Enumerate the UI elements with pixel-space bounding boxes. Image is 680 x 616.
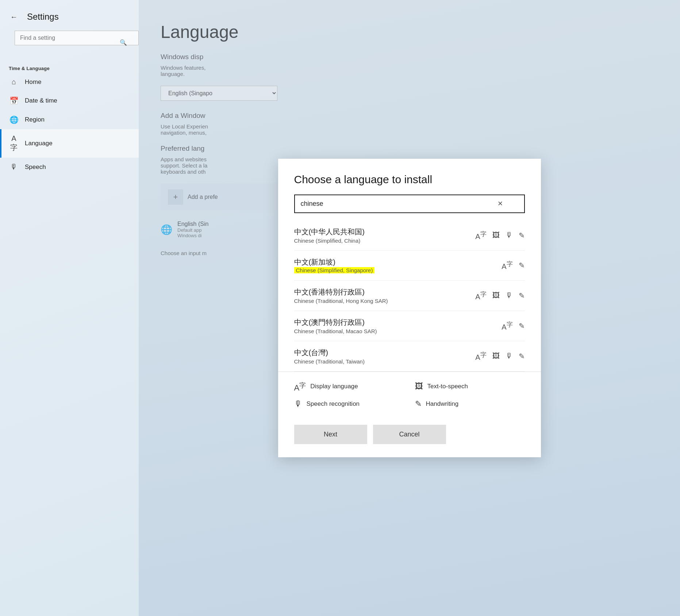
sidebar-item-home[interactable]: ⌂ Home <box>0 73 139 91</box>
cancel-button[interactable]: Cancel <box>373 425 446 444</box>
main-content: Language Windows disp Windows features,l… <box>139 0 680 616</box>
sidebar-item-language-label: Language <box>25 140 53 147</box>
lang-sub: Chinese (Traditional, Hong Kong SAR) <box>294 298 388 304</box>
lang-feature-icons: A字 ✎ <box>502 321 525 331</box>
lang-main: 中文(台灣) <box>294 348 365 358</box>
modal-search-area: ✕ <box>278 195 541 220</box>
legend-display-language: A字 Display language <box>294 381 404 393</box>
tts-icon: 🖼 <box>492 231 500 239</box>
globe-icon: 🌐 <box>9 115 19 124</box>
lang-feature-icons: A字 ✎ <box>502 260 525 271</box>
sidebar-item-home-label: Home <box>25 78 41 86</box>
modal-title: Choose a language to install <box>294 173 525 186</box>
handwriting-icon: ✎ <box>519 261 525 270</box>
language-search-input[interactable] <box>294 195 525 213</box>
lang-sub: Chinese (Traditional, Taiwan) <box>294 358 365 365</box>
choose-language-modal: Choose a language to install ✕ 中文(中华人民共和… <box>278 159 541 457</box>
lang-sub: Chinese (Traditional, Macao SAR) <box>294 328 377 334</box>
legend-text-to-speech: 🖼 Text-to-speech <box>415 381 525 393</box>
section-label: Time & Language <box>0 63 139 73</box>
lang-feature-icons: A字 🖼 🎙 ✎ <box>475 290 525 301</box>
lang-main: 中文(香港特別行政區) <box>294 287 388 297</box>
sidebar-title: Settings <box>27 12 59 22</box>
sidebar: ← Settings 🔍 Time & Language ⌂ Home 📅 Da… <box>0 0 139 616</box>
calendar-icon: 📅 <box>9 96 19 105</box>
tts-icon: 🖼 <box>492 352 500 360</box>
list-item[interactable]: 中文(香港特別行政區) Chinese (Traditional, Hong K… <box>294 281 525 311</box>
legend-speech-recognition: 🎙 Speech recognition <box>294 399 404 409</box>
lang-feature-icons: A字 🖼 🎙 ✎ <box>475 230 525 241</box>
sidebar-item-speech-label: Speech <box>25 163 46 171</box>
handwriting-legend-icon: ✎ <box>415 399 422 409</box>
sidebar-item-date-time-label: Date & time <box>25 97 57 104</box>
tts-legend-icon: 🖼 <box>415 382 423 391</box>
speech-legend-icon: 🎙 <box>294 399 302 409</box>
list-item[interactable]: 中文(澳門特別行政區) Chinese (Traditional, Macao … <box>294 311 525 341</box>
list-item[interactable]: 中文(中华人民共和国) Chinese (Simplified, China) … <box>294 220 525 251</box>
legend-tts-label: Text-to-speech <box>427 383 468 390</box>
handwriting-icon: ✎ <box>519 322 525 330</box>
search-icon: 🔍 <box>120 39 127 46</box>
legend-speech-label: Speech recognition <box>307 400 360 408</box>
tts-icon: 🖼 <box>492 291 500 300</box>
language-list: 中文(中华人民共和国) Chinese (Simplified, China) … <box>278 220 541 371</box>
display-lang-icon: A字 <box>475 290 486 301</box>
home-icon: ⌂ <box>9 78 19 86</box>
speech-icon: 🎙 <box>506 231 513 239</box>
handwriting-icon: ✎ <box>519 352 525 361</box>
speech-icon: 🎙 <box>506 291 513 300</box>
speech-icon: 🎙 <box>506 352 513 360</box>
legend-handwriting: ✎ Handwriting <box>415 399 525 409</box>
search-clear-icon[interactable]: ✕ <box>497 200 503 208</box>
legend-display-label: Display language <box>310 383 358 390</box>
modal-legend: A字 Display language 🖼 Text-to-speech 🎙 S… <box>278 371 541 417</box>
sidebar-item-speech[interactable]: 🎙 Speech <box>0 158 139 176</box>
legend-handwriting-label: Handwriting <box>426 400 459 408</box>
lang-feature-icons: A字 🖼 🎙 ✎ <box>475 351 525 362</box>
next-button[interactable]: Next <box>294 425 367 444</box>
sidebar-search-container: 🔍 <box>7 31 131 54</box>
display-lang-icon: A字 <box>475 351 486 362</box>
handwriting-icon: ✎ <box>519 291 525 300</box>
sidebar-item-language[interactable]: A字 Language <box>0 129 139 158</box>
modal-overlay: Choose a language to install ✕ 中文(中华人民共和… <box>139 0 680 616</box>
list-item[interactable]: 中文(新加坡) Chinese (Simplified, Singapore) … <box>294 251 525 281</box>
modal-header: Choose a language to install <box>278 159 541 195</box>
microphone-icon: 🎙 <box>9 163 19 171</box>
lang-sub: Chinese (Simplified, China) <box>294 238 365 244</box>
handwriting-icon: ✎ <box>519 231 525 240</box>
display-lang-icon: A字 <box>502 260 512 271</box>
display-lang-legend-icon: A字 <box>294 381 306 393</box>
display-lang-icon: A字 <box>502 321 512 331</box>
lang-main: 中文(澳門特別行政區) <box>294 317 377 327</box>
sidebar-item-region-label: Region <box>25 116 45 123</box>
sidebar-header: ← Settings <box>0 0 139 31</box>
list-item[interactable]: 中文(台灣) Chinese (Traditional, Taiwan) A字 … <box>294 341 525 371</box>
back-button[interactable]: ← <box>7 10 20 23</box>
lang-main: 中文(新加坡) <box>294 257 375 267</box>
sidebar-item-region[interactable]: 🌐 Region <box>0 110 139 129</box>
sidebar-item-date-time[interactable]: 📅 Date & time <box>0 91 139 110</box>
modal-footer: Next Cancel <box>278 417 541 457</box>
display-lang-icon: A字 <box>475 230 486 241</box>
lang-main: 中文(中华人民共和国) <box>294 227 365 237</box>
language-icon: A字 <box>9 134 19 153</box>
lang-sub: Chinese (Simplified, Singapore) <box>294 267 375 273</box>
